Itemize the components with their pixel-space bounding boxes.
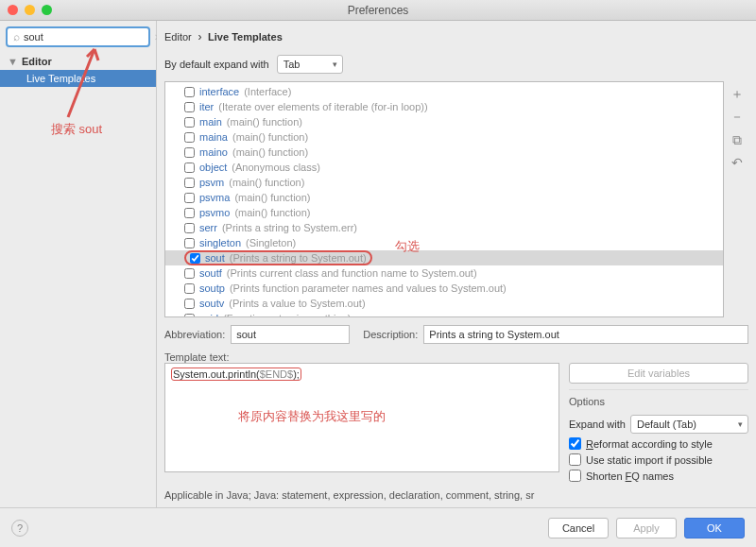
abbreviation-input[interactable] bbox=[231, 325, 350, 344]
breadcrumb: Editor › Live Templates bbox=[164, 26, 748, 47]
template-row-soutf[interactable]: soutf (Prints current class and function… bbox=[165, 265, 723, 281]
template-row-iter[interactable]: iter (Iterate over elements of iterable … bbox=[165, 99, 723, 114]
ok-button[interactable]: OK bbox=[684, 518, 745, 538]
applicable-contexts: Applicable in Java; Java: statement, exp… bbox=[164, 484, 748, 502]
remove-icon[interactable]: － bbox=[728, 108, 747, 127]
template-row-object[interactable]: object (Anonymous class) bbox=[165, 160, 723, 175]
template-checkbox[interactable] bbox=[184, 223, 195, 233]
template-checkbox[interactable] bbox=[184, 193, 195, 203]
expand-select[interactable]: Tab bbox=[277, 55, 343, 74]
static-import-checkbox[interactable] bbox=[569, 453, 581, 466]
template-checkbox[interactable] bbox=[184, 87, 195, 97]
sidebar-group-editor[interactable]: ▼Editor bbox=[0, 53, 156, 70]
template-row-void[interactable]: void (Function returning nothing) bbox=[165, 311, 723, 317]
template-row-maina[interactable]: maina (main() function) bbox=[165, 129, 723, 145]
template-row-main[interactable]: main (main() function) bbox=[165, 114, 723, 129]
maximize-icon[interactable] bbox=[42, 5, 52, 15]
annotation-replace-label: 将原内容替换为我这里写的 bbox=[238, 408, 386, 425]
apply-button[interactable]: Apply bbox=[616, 518, 677, 538]
template-checkbox[interactable] bbox=[184, 117, 195, 128]
template-checkbox[interactable] bbox=[184, 299, 195, 309]
dialog-footer: ? Cancel Apply OK bbox=[0, 507, 756, 547]
template-checkbox[interactable] bbox=[184, 208, 195, 218]
template-checkbox[interactable] bbox=[184, 238, 195, 248]
revert-icon[interactable]: ↶ bbox=[728, 153, 747, 172]
search-icon: ⌕ bbox=[13, 30, 20, 43]
content-pane: Editor › Live Templates By default expan… bbox=[157, 21, 756, 507]
template-checkbox[interactable] bbox=[184, 132, 195, 143]
sidebar-item-live-templates[interactable]: Live Templates bbox=[0, 70, 156, 87]
edit-variables-button[interactable]: Edit variables bbox=[569, 363, 748, 384]
template-row-sout[interactable]: sout (Prints a string to System.out) bbox=[165, 250, 723, 265]
reformat-checkbox[interactable] bbox=[569, 437, 581, 450]
desc-label: Description: bbox=[363, 329, 418, 340]
close-icon[interactable] bbox=[8, 5, 18, 15]
annotation-search-label: 搜索 sout bbox=[51, 121, 102, 138]
template-checkbox[interactable] bbox=[190, 253, 200, 264]
template-checkbox[interactable] bbox=[184, 268, 195, 279]
window-controls[interactable] bbox=[8, 5, 52, 15]
add-icon[interactable]: ＋ bbox=[728, 85, 747, 104]
help-icon[interactable]: ? bbox=[11, 520, 28, 537]
options-expand-label: Expand with bbox=[569, 419, 626, 430]
template-checkbox[interactable] bbox=[184, 162, 195, 173]
window-title: Preferences bbox=[348, 4, 409, 17]
description-input[interactable] bbox=[423, 325, 748, 344]
template-checkbox[interactable] bbox=[184, 178, 195, 188]
search-input-wrap[interactable]: ⌕ ✕ bbox=[6, 26, 150, 47]
copy-icon[interactable]: ⧉ bbox=[728, 130, 747, 149]
sidebar: ⌕ ✕ ▼Editor Live Templates bbox=[0, 21, 157, 507]
template-text-label: Template text: bbox=[164, 351, 229, 363]
titlebar: Preferences bbox=[0, 0, 756, 21]
template-row-serr[interactable]: serr (Prints a string to System.err) bbox=[165, 220, 723, 235]
template-row-singleton[interactable]: singleton (Singleton) bbox=[165, 235, 723, 250]
template-row-psvmo[interactable]: psvmo (main() function) bbox=[165, 205, 723, 220]
template-row-interface[interactable]: interface (Interface) bbox=[165, 84, 723, 99]
template-row-soutp[interactable]: soutp (Prints function parameter names a… bbox=[165, 281, 723, 296]
abbr-label: Abbreviation: bbox=[164, 329, 225, 340]
template-row-soutv[interactable]: soutv (Prints a value to System.out) bbox=[165, 296, 723, 311]
expand-label: By default expand with bbox=[164, 59, 269, 70]
shorten-fq-checkbox[interactable] bbox=[569, 470, 581, 482]
template-row-psvm[interactable]: psvm (main() function) bbox=[165, 175, 723, 190]
options-expand-select[interactable]: Default (Tab) bbox=[630, 415, 748, 434]
search-input[interactable] bbox=[24, 31, 154, 43]
cancel-button[interactable]: Cancel bbox=[548, 518, 609, 538]
minimize-icon[interactable] bbox=[25, 5, 35, 15]
templates-list[interactable]: interface (Interface)iter (Iterate over … bbox=[164, 81, 724, 317]
template-checkbox[interactable] bbox=[184, 102, 195, 112]
template-checkbox[interactable] bbox=[184, 147, 195, 158]
template-checkbox[interactable] bbox=[184, 283, 195, 294]
template-row-psvma[interactable]: psvma (main() function) bbox=[165, 190, 723, 205]
options-title: Options bbox=[569, 396, 748, 407]
annotation-check-label: 勾选 bbox=[395, 238, 420, 255]
template-row-maino[interactable]: maino (main() function) bbox=[165, 145, 723, 160]
